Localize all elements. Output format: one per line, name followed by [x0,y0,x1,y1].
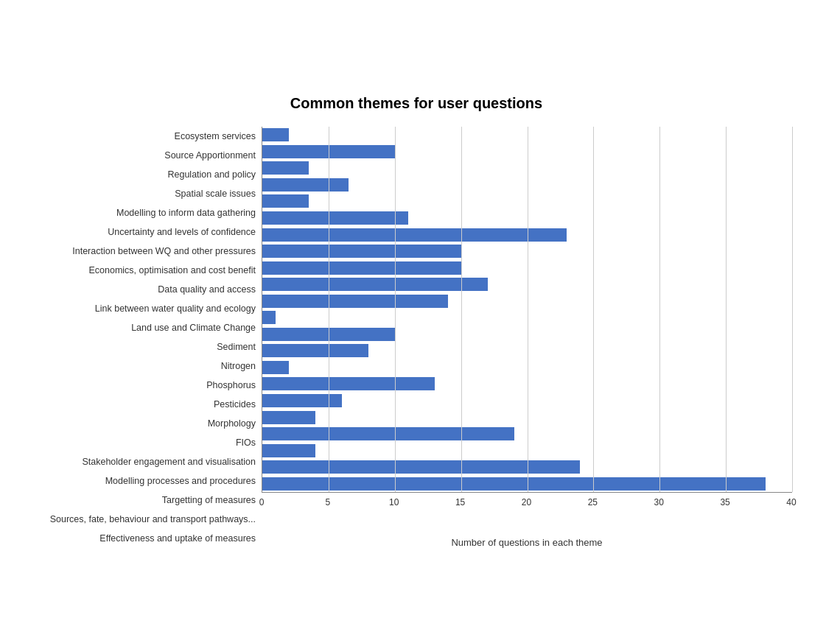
bar [262,245,461,258]
y-label: Nitrogen [221,356,256,376]
bar [262,161,309,175]
bar [262,278,488,291]
y-label: Phosphorus [206,376,256,395]
x-axis-title: Number of questions in each theme [262,537,792,548]
y-label: Land use and Climate Change [131,318,256,337]
y-label: Data quality and access [158,280,256,299]
y-label: Regulation and policy [167,165,256,184]
y-label: Sediment [217,337,256,356]
chart-container: Common themes for user questions Ecosyst… [33,80,807,563]
y-label: Interaction between WQ and other pressur… [72,242,256,261]
y-label: Effectiveness and uptake of measures [99,529,256,548]
y-label: Uncertainty and levels of confidence [108,222,256,242]
plot-area: 0510152025303540 Number of questions in … [262,127,792,548]
y-label: FIOs [236,433,256,452]
x-tick-label: 40 [786,497,796,507]
x-tick-label: 25 [588,497,598,507]
grid-line [329,127,329,492]
x-tick-label: 0 [259,497,265,507]
y-label: Targetting of measures [162,491,256,510]
bar [262,228,567,242]
chart-title: Common themes for user questions [41,95,792,112]
y-label: Morphology [208,414,256,433]
y-label: Link between water quality and ecology [95,299,256,318]
bar [262,444,315,457]
y-label: Sources, fate, behaviour and transport p… [50,510,256,529]
x-tick-label: 10 [389,497,399,507]
bar [262,261,461,275]
grid-line [395,127,396,492]
y-label: Spatial scale issues [175,184,256,203]
grid-line [792,127,793,492]
x-axis-area: 0510152025303540 [262,493,792,516]
bar [262,394,342,407]
bar [262,377,435,390]
bar [262,344,368,357]
bar [262,194,309,208]
y-label: Stakeholder engagement and visualisation [82,452,256,471]
y-label: Modelling processes and procedures [105,471,256,491]
chart-body: Ecosystem servicesSource ApportionmentRe… [41,127,792,548]
y-label: Modelling to inform data gathering [116,203,256,222]
bars-area [262,127,792,493]
y-label: Pesticides [214,395,256,414]
bar [262,411,315,424]
bar [262,460,580,474]
x-tick-label: 20 [522,497,531,507]
grid-line [659,127,660,492]
grid-line [461,127,462,492]
bar [262,361,289,374]
y-label: Economics, optimisation and cost benefit [88,261,256,280]
bar [262,128,289,141]
x-tick-label: 5 [326,497,331,507]
bar [262,295,448,308]
bar [262,477,766,491]
x-tick-label: 30 [654,497,664,507]
y-label: Source Apportionment [164,146,256,165]
grid-line [528,127,528,492]
x-tick-label: 35 [720,497,729,507]
bar [262,311,276,324]
y-label: Ecosystem services [175,127,256,146]
grid-line [726,127,727,492]
bar [262,178,349,192]
y-labels: Ecosystem servicesSource ApportionmentRe… [41,127,262,548]
grid-line [593,127,594,492]
bar [262,427,514,440]
x-tick-label: 15 [455,497,465,507]
bar [262,211,408,225]
